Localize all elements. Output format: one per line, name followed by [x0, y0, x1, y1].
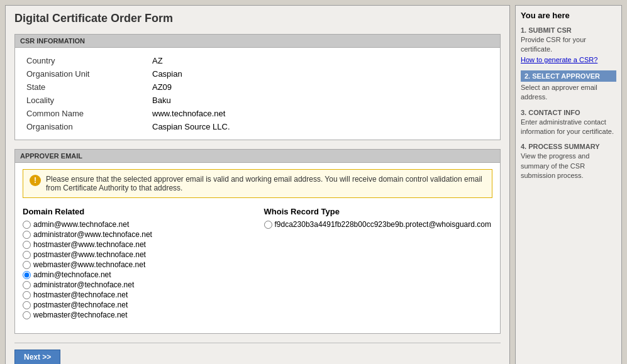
step-label-2: 2. SELECT APPROVER	[521, 70, 616, 82]
whois-col: Whois Record Type f9dca230b3a4491fb228b0…	[264, 207, 493, 321]
domain-email-radio[interactable]	[23, 241, 31, 249]
domain-email-radio[interactable]	[23, 271, 31, 279]
domain-email-radio[interactable]	[23, 311, 31, 319]
step-desc-1: Provide CSR for your certificate.	[521, 35, 616, 55]
domain-email-radio[interactable]	[23, 301, 31, 309]
whois-email-label: f9dca230b3a4491fb228b00cc923be9b.protect…	[275, 220, 491, 229]
domain-email-label: webmaster@technoface.net	[33, 311, 128, 319]
csr-field-value: Caspian	[148, 67, 492, 80]
domain-email-radio[interactable]	[23, 281, 31, 289]
domain-email-option[interactable]: webmaster@www.technoface.net	[23, 260, 252, 269]
sidebar: You are here 1. SUBMIT CSRProvide CSR fo…	[515, 5, 622, 364]
domain-email-radio[interactable]	[23, 291, 31, 299]
domain-email-option[interactable]: hostmaster@technoface.net	[23, 290, 252, 299]
csr-info-table: CountryAZOrganisation UnitCaspianStateAZ…	[23, 54, 492, 133]
domain-email-label: webmaster@www.technoface.net	[33, 260, 145, 269]
step-label-3: 3. CONTACT INFO	[521, 109, 616, 116]
domain-email-label: administrator@www.technoface.net	[33, 230, 152, 239]
csr-field-label: Locality	[23, 94, 148, 107]
csr-field-value: AZ	[148, 54, 492, 67]
step-desc-3: Enter administrative contact information…	[521, 118, 616, 137]
warning-icon: !	[30, 175, 41, 186]
csr-field-value: www.technoface.net	[148, 107, 492, 120]
csr-field-label: Organisation	[23, 120, 148, 133]
domain-email-label: postmaster@technoface.net	[33, 301, 128, 309]
csr-field-value: Baku	[148, 94, 492, 107]
csr-field-label: Common Name	[23, 107, 148, 120]
csr-field-value: AZ09	[148, 80, 492, 94]
csr-field-row: OrganisationCaspian Source LLC.	[23, 120, 492, 133]
csr-section-body: CountryAZOrganisation UnitCaspianStateAZ…	[14, 48, 501, 140]
whois-email-list: f9dca230b3a4491fb228b00cc923be9b.protect…	[264, 220, 493, 229]
whois-email-option[interactable]: f9dca230b3a4491fb228b00cc923be9b.protect…	[264, 220, 493, 229]
step-label-1: 1. SUBMIT CSR	[521, 26, 616, 34]
domain-email-list: admin@www.technoface.netadministrator@ww…	[23, 220, 252, 319]
domain-email-option[interactable]: webmaster@technoface.net	[23, 311, 252, 319]
domain-email-option[interactable]: postmaster@www.technoface.net	[23, 250, 252, 259]
domain-email-option[interactable]: postmaster@technoface.net	[23, 301, 252, 309]
sidebar-title: You are here	[521, 11, 616, 20]
domain-email-label: administrator@technoface.net	[33, 280, 134, 289]
domain-email-label: hostmaster@technoface.net	[33, 290, 128, 299]
csr-field-row: LocalityBaku	[23, 94, 492, 107]
domain-email-label: admin@www.technoface.net	[33, 220, 129, 229]
domain-email-option[interactable]: administrator@www.technoface.net	[23, 230, 252, 239]
csr-field-row: StateAZ09	[23, 80, 492, 94]
domain-related-col: Domain Related admin@www.technoface.neta…	[23, 207, 252, 321]
domain-email-radio[interactable]	[23, 231, 31, 239]
domain-email-option[interactable]: administrator@technoface.net	[23, 280, 252, 289]
whois-header: Whois Record Type	[264, 207, 493, 216]
sidebar-step-1: 1. SUBMIT CSRProvide CSR for your certif…	[521, 26, 616, 64]
csr-field-label: State	[23, 80, 148, 94]
step-label-4: 4. PROCESS SUMMARY	[521, 143, 616, 150]
csr-field-row: CountryAZ	[23, 54, 492, 67]
csr-field-value: Caspian Source LLC.	[148, 120, 492, 133]
domain-email-option[interactable]: hostmaster@www.technoface.net	[23, 240, 252, 249]
step-desc-2: Select an approver email address.	[521, 83, 616, 102]
domain-email-option[interactable]: admin@technoface.net	[23, 270, 252, 279]
domain-email-label: admin@technoface.net	[33, 270, 111, 279]
next-button[interactable]: Next >>	[14, 350, 60, 364]
domain-related-header: Domain Related	[23, 207, 252, 216]
csr-field-label: Organisation Unit	[23, 67, 148, 80]
domain-email-radio[interactable]	[23, 251, 31, 259]
whois-email-radio[interactable]	[264, 221, 272, 229]
page-title: Digital Certificate Order Form	[14, 12, 501, 25]
warning-text: Please ensure that the selected approver…	[46, 175, 486, 192]
sidebar-step-2: 2. SELECT APPROVERSelect an approver ema…	[521, 70, 616, 102]
warning-box: ! Please ensure that the selected approv…	[23, 169, 492, 198]
domain-email-radio[interactable]	[23, 221, 31, 229]
domain-email-label: postmaster@www.technoface.net	[33, 250, 146, 259]
domain-email-option[interactable]: admin@www.technoface.net	[23, 220, 252, 229]
csr-section-header: CSR INFORMATION	[14, 34, 501, 48]
sidebar-step-4: 4. PROCESS SUMMARYView the progress and …	[521, 143, 616, 180]
domain-email-radio[interactable]	[23, 261, 31, 269]
approver-section-header: APPROVER EMAIL	[14, 149, 501, 163]
email-columns: Domain Related admin@www.technoface.neta…	[23, 207, 492, 321]
sidebar-step-3: 3. CONTACT INFOEnter administrative cont…	[521, 109, 616, 137]
sidebar-steps: 1. SUBMIT CSRProvide CSR for your certif…	[521, 26, 616, 181]
domain-email-label: hostmaster@www.technoface.net	[33, 240, 146, 249]
step-desc-4: View the progress and summary of the CSR…	[521, 152, 616, 180]
csr-field-label: Country	[23, 54, 148, 67]
divider	[14, 343, 501, 343]
step-link-1[interactable]: How to generate a CSR?	[521, 56, 597, 63]
csr-field-row: Common Namewww.technoface.net	[23, 107, 492, 120]
csr-field-row: Organisation UnitCaspian	[23, 67, 492, 80]
approver-section-body: ! Please ensure that the selected approv…	[14, 163, 501, 334]
